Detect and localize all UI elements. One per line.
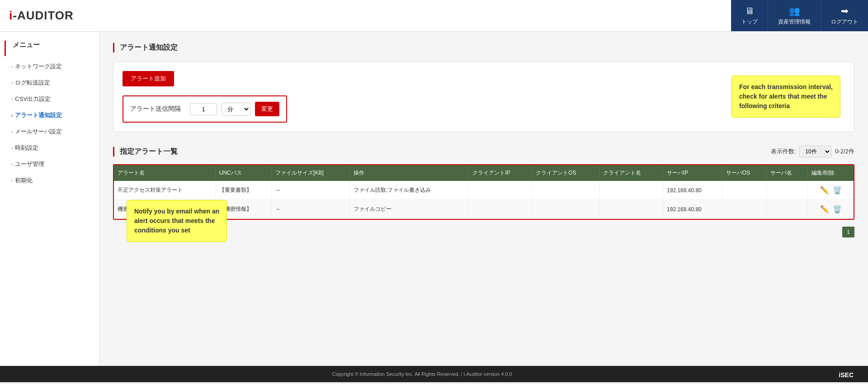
top-icon: 🖥 <box>745 6 754 16</box>
col-filesize: ファイルサイズ[KB] <box>272 165 350 181</box>
logo-rest: -AUDITOR <box>13 9 74 22</box>
nav-logout-label: ログアウト <box>831 18 858 26</box>
section2-title: 指定アラート一覧 <box>113 147 178 156</box>
footer-brand: iSEC <box>839 371 854 379</box>
header: i-AUDITOR 🖥 トップ 👥 資産管理情報 ➡ ログアウト <box>0 0 868 32</box>
display-count: 表示件数: 10件 25件 50件 100件 0-2/2件 <box>771 146 854 157</box>
logo: i-AUDITOR <box>9 9 74 23</box>
sidebar-item-user-label: ユーザ管理 <box>15 160 44 168</box>
page-1-button[interactable]: 1 <box>842 227 854 237</box>
tooltip-bottom-text: Notify you by email when analert occurs … <box>134 208 219 234</box>
logout-icon: ➡ <box>841 5 849 16</box>
interval-label: アラート送信間隔 <box>130 105 181 113</box>
footer: Copyright © Information Security Inc. Al… <box>0 366 868 382</box>
arrow-icon: › <box>11 129 13 134</box>
count-select[interactable]: 10件 25件 50件 100件 <box>799 146 831 157</box>
col-operation: 操作 <box>349 165 468 181</box>
col-server-name: サーバ名 <box>767 165 808 181</box>
interval-row: アラート送信間隔 分 時間 変更 <box>123 95 287 123</box>
main-layout: メニュー › ネットワーク設定 › ログ転送設定 › CSV出力設定 › アラー… <box>0 32 868 366</box>
header-nav: 🖥 トップ 👥 資産管理情報 ➡ ログアウト <box>731 0 868 31</box>
sidebar-item-mail[interactable]: › メールサーバ設定 <box>0 123 99 140</box>
nav-top[interactable]: 🖥 トップ <box>731 0 768 31</box>
delete-button[interactable]: 🗑️ <box>831 185 844 195</box>
sidebar-item-mail-label: メールサーバ設定 <box>15 128 62 136</box>
asset-icon: 👥 <box>789 5 800 16</box>
actions-cell: ✏️🗑️ <box>808 200 854 219</box>
sidebar-item-alert[interactable]: › アラート通知設定 <box>0 107 99 123</box>
nav-asset-label: 資産管理情報 <box>778 18 811 26</box>
col-client-ip: クライアントIP <box>469 165 532 181</box>
edit-button[interactable]: ✏️ <box>818 204 831 214</box>
arrow-icon: › <box>11 146 13 151</box>
add-alert-button[interactable]: アラート追加 <box>123 71 174 86</box>
arrow-icon: › <box>11 64 13 69</box>
logo-i: i <box>9 9 13 22</box>
arrow-icon: › <box>11 81 13 85</box>
arrow-icon: › <box>11 113 13 118</box>
sidebar: メニュー › ネットワーク設定 › ログ転送設定 › CSV出力設定 › アラー… <box>0 32 99 366</box>
col-actions: 編集/削除 <box>808 165 854 181</box>
pagination-info: 0-2/2件 <box>835 147 854 156</box>
sidebar-item-csv-label: CSV出力設定 <box>15 95 51 103</box>
delete-button[interactable]: 🗑️ <box>831 204 844 214</box>
sidebar-item-user[interactable]: › ユーザ管理 <box>0 156 99 172</box>
nav-top-label: トップ <box>741 18 758 26</box>
tooltip-transmission-interval: For each transmission interval,check for… <box>731 76 840 118</box>
col-client-name: クライアント名 <box>599 165 663 181</box>
sidebar-item-time-label: 時刻設定 <box>15 144 38 152</box>
col-server-ip: サーバIP <box>663 165 722 181</box>
col-client-os: クライアントOS <box>532 165 599 181</box>
alert-settings-box: アラート追加 アラート送信間隔 分 時間 変更 For each transmi… <box>113 62 854 132</box>
display-count-label: 表示件数: <box>771 147 796 156</box>
arrow-icon: › <box>11 178 13 183</box>
nav-asset[interactable]: 👥 資産管理情報 <box>768 0 821 31</box>
sidebar-item-log[interactable]: › ログ転送設定 <box>0 75 99 91</box>
sidebar-item-log-label: ログ転送設定 <box>15 79 50 87</box>
interval-unit-select[interactable]: 分 時間 <box>222 103 250 116</box>
content: アラート通知設定 アラート追加 アラート送信間隔 分 時間 変更 For eac… <box>99 32 868 366</box>
interval-input[interactable] <box>190 103 217 115</box>
sidebar-item-alert-label: アラート通知設定 <box>15 111 62 119</box>
col-server-os: サーバOS <box>722 165 767 181</box>
tooltip-top-text: For each transmission interval,check for… <box>739 83 833 109</box>
sidebar-item-init[interactable]: › 初期化 <box>0 172 99 189</box>
sidebar-item-csv[interactable]: › CSV出力設定 <box>0 91 99 107</box>
tooltip-email-notify: Notify you by email when analert occurs … <box>127 200 227 242</box>
change-button[interactable]: 変更 <box>255 102 279 116</box>
sidebar-item-network[interactable]: › ネットワーク設定 <box>0 58 99 75</box>
footer-copyright: Copyright © Information Security Inc. Al… <box>332 371 512 377</box>
sidebar-item-init-label: 初期化 <box>15 176 33 185</box>
sidebar-title: メニュー <box>5 41 99 56</box>
table-header-row: アラート名 UNCパス ファイルサイズ[KB] 操作 クライアントIP クライア… <box>114 165 854 181</box>
arrow-icon: › <box>11 162 13 167</box>
section1-title: アラート通知設定 <box>113 43 854 52</box>
edit-button[interactable]: ✏️ <box>818 185 831 195</box>
sidebar-item-time[interactable]: › 時刻設定 <box>0 140 99 156</box>
col-unc: UNCパス <box>215 165 271 181</box>
nav-logout[interactable]: ➡ ログアウト <box>821 0 868 31</box>
col-alert-name: アラート名 <box>114 165 215 181</box>
sidebar-item-network-label: ネットワーク設定 <box>15 62 62 71</box>
alert-list-header: 指定アラート一覧 表示件数: 10件 25件 50件 100件 0-2/2件 <box>113 146 854 157</box>
actions-cell: ✏️🗑️ <box>808 181 854 200</box>
table-row: 不正アクセス対策アラート【重要書類】～ファイル読取,ファイル書き込み192.16… <box>114 181 854 200</box>
arrow-icon: › <box>11 97 13 102</box>
